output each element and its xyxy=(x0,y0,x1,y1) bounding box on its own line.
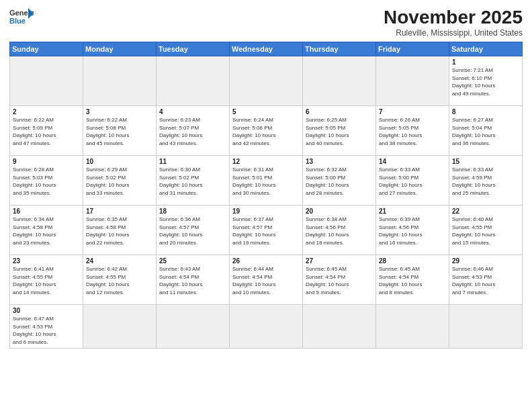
day-number: 22 xyxy=(452,208,519,215)
table-row: 1Sunrise: 7:21 AM Sunset: 6:10 PM Daylig… xyxy=(449,56,523,106)
day-info: Sunrise: 7:21 AM Sunset: 6:10 PM Dayligh… xyxy=(452,66,519,97)
table-row: 20Sunrise: 6:38 AM Sunset: 4:56 PM Dayli… xyxy=(303,205,376,255)
day-info: Sunrise: 6:25 AM Sunset: 5:05 PM Dayligh… xyxy=(306,116,373,147)
table-row: 9Sunrise: 6:28 AM Sunset: 5:03 PM Daylig… xyxy=(10,156,83,205)
day-info: Sunrise: 6:26 AM Sunset: 5:05 PM Dayligh… xyxy=(379,116,446,147)
table-row: 4Sunrise: 6:23 AM Sunset: 5:07 PM Daylig… xyxy=(157,106,230,156)
day-info: Sunrise: 6:45 AM Sunset: 4:54 PM Dayligh… xyxy=(379,265,446,296)
day-info: Sunrise: 6:47 AM Sunset: 4:53 PM Dayligh… xyxy=(13,315,80,346)
day-info: Sunrise: 6:38 AM Sunset: 4:56 PM Dayligh… xyxy=(306,216,373,246)
day-number: 20 xyxy=(306,208,373,215)
day-info: Sunrise: 6:45 AM Sunset: 4:54 PM Dayligh… xyxy=(306,265,373,296)
table-row: 25Sunrise: 6:43 AM Sunset: 4:54 PM Dayli… xyxy=(157,255,230,305)
day-number: 24 xyxy=(86,257,153,265)
day-info: Sunrise: 6:39 AM Sunset: 4:56 PM Dayligh… xyxy=(379,216,446,246)
day-number: 26 xyxy=(232,257,300,265)
day-number: 2 xyxy=(13,108,80,116)
day-number: 17 xyxy=(86,208,153,215)
header-thursday: Thursday xyxy=(303,42,376,56)
header-monday: Monday xyxy=(83,42,157,56)
table-row: 12Sunrise: 6:31 AM Sunset: 5:01 PM Dayli… xyxy=(230,156,303,205)
logo: General Blue xyxy=(9,7,34,26)
day-info: Sunrise: 6:40 AM Sunset: 4:55 PM Dayligh… xyxy=(452,216,519,246)
day-number: 13 xyxy=(306,158,373,165)
table-row: 5Sunrise: 6:24 AM Sunset: 5:06 PM Daylig… xyxy=(230,106,303,156)
table-row: 19Sunrise: 6:37 AM Sunset: 4:57 PM Dayli… xyxy=(230,205,303,255)
table-row: 18Sunrise: 6:36 AM Sunset: 4:57 PM Dayli… xyxy=(157,205,230,255)
day-info: Sunrise: 6:43 AM Sunset: 4:54 PM Dayligh… xyxy=(159,265,226,296)
day-info: Sunrise: 6:24 AM Sunset: 5:06 PM Dayligh… xyxy=(232,116,300,147)
day-info: Sunrise: 6:35 AM Sunset: 4:58 PM Dayligh… xyxy=(86,216,153,246)
day-number: 7 xyxy=(379,108,446,116)
day-number: 14 xyxy=(379,158,446,165)
header-tuesday: Tuesday xyxy=(157,42,230,56)
day-number: 12 xyxy=(232,158,300,165)
table-row xyxy=(10,56,83,106)
day-number: 25 xyxy=(159,257,226,265)
table-row: 8Sunrise: 6:27 AM Sunset: 5:04 PM Daylig… xyxy=(449,106,523,156)
day-info: Sunrise: 6:30 AM Sunset: 5:02 PM Dayligh… xyxy=(159,166,226,197)
table-row: 27Sunrise: 6:45 AM Sunset: 4:54 PM Dayli… xyxy=(303,255,376,305)
table-row xyxy=(230,56,303,106)
table-row xyxy=(157,56,230,106)
table-row: 21Sunrise: 6:39 AM Sunset: 4:56 PM Dayli… xyxy=(376,205,449,255)
day-info: Sunrise: 6:37 AM Sunset: 4:57 PM Dayligh… xyxy=(232,216,300,246)
table-row: 29Sunrise: 6:46 AM Sunset: 4:53 PM Dayli… xyxy=(449,255,523,305)
day-info: Sunrise: 6:27 AM Sunset: 5:04 PM Dayligh… xyxy=(452,116,519,147)
header-friday: Friday xyxy=(376,42,449,56)
day-number: 16 xyxy=(13,208,80,215)
header-sunday: Sunday xyxy=(10,42,83,56)
day-info: Sunrise: 6:36 AM Sunset: 4:57 PM Dayligh… xyxy=(159,216,226,246)
table-row: 22Sunrise: 6:40 AM Sunset: 4:55 PM Dayli… xyxy=(449,205,523,255)
day-number: 29 xyxy=(452,257,519,265)
day-number: 28 xyxy=(379,257,446,265)
table-row: 11Sunrise: 6:30 AM Sunset: 5:02 PM Dayli… xyxy=(157,156,230,205)
table-row: 7Sunrise: 6:26 AM Sunset: 5:05 PM Daylig… xyxy=(376,106,449,156)
table-row: 2Sunrise: 6:22 AM Sunset: 5:09 PM Daylig… xyxy=(10,106,83,156)
header-wednesday: Wednesday xyxy=(230,42,303,56)
day-info: Sunrise: 6:22 AM Sunset: 5:09 PM Dayligh… xyxy=(13,116,80,147)
day-info: Sunrise: 6:31 AM Sunset: 5:01 PM Dayligh… xyxy=(232,166,300,197)
day-info: Sunrise: 6:44 AM Sunset: 4:54 PM Dayligh… xyxy=(232,265,300,296)
day-number: 3 xyxy=(86,108,153,116)
header-saturday: Saturday xyxy=(449,42,523,56)
table-row xyxy=(449,305,523,349)
table-row: 3Sunrise: 6:22 AM Sunset: 5:08 PM Daylig… xyxy=(83,106,157,156)
table-row: 23Sunrise: 6:41 AM Sunset: 4:55 PM Dayli… xyxy=(10,255,83,305)
table-row: 28Sunrise: 6:45 AM Sunset: 4:54 PM Dayli… xyxy=(376,255,449,305)
table-row xyxy=(303,56,376,106)
day-number: 4 xyxy=(159,108,226,116)
table-row: 17Sunrise: 6:35 AM Sunset: 4:58 PM Dayli… xyxy=(83,205,157,255)
table-row: 6Sunrise: 6:25 AM Sunset: 5:05 PM Daylig… xyxy=(303,106,376,156)
day-info: Sunrise: 6:32 AM Sunset: 5:00 PM Dayligh… xyxy=(306,166,373,197)
day-info: Sunrise: 6:42 AM Sunset: 4:55 PM Dayligh… xyxy=(86,265,153,296)
table-row: 10Sunrise: 6:29 AM Sunset: 5:02 PM Dayli… xyxy=(83,156,157,205)
table-row: 14Sunrise: 6:33 AM Sunset: 5:00 PM Dayli… xyxy=(376,156,449,205)
table-row xyxy=(230,305,303,349)
day-info: Sunrise: 6:28 AM Sunset: 5:03 PM Dayligh… xyxy=(13,166,80,197)
day-info: Sunrise: 6:23 AM Sunset: 5:07 PM Dayligh… xyxy=(159,116,226,147)
day-number: 23 xyxy=(13,257,80,265)
day-info: Sunrise: 6:34 AM Sunset: 4:58 PM Dayligh… xyxy=(13,216,80,246)
day-info: Sunrise: 6:33 AM Sunset: 4:59 PM Dayligh… xyxy=(452,166,519,197)
month-title: November 2025 xyxy=(384,7,523,28)
table-row: 13Sunrise: 6:32 AM Sunset: 5:00 PM Dayli… xyxy=(303,156,376,205)
subtitle: Ruleville, Mississippi, United States xyxy=(384,28,523,38)
svg-text:Blue: Blue xyxy=(9,17,26,25)
table-row: 16Sunrise: 6:34 AM Sunset: 4:58 PM Dayli… xyxy=(10,205,83,255)
day-number: 11 xyxy=(159,158,226,165)
table-row xyxy=(83,305,157,349)
header: General Blue November 2025 Ruleville, Mi… xyxy=(9,7,523,38)
table-row: 30Sunrise: 6:47 AM Sunset: 4:53 PM Dayli… xyxy=(10,305,83,349)
day-number: 5 xyxy=(232,108,300,116)
table-row: 15Sunrise: 6:33 AM Sunset: 4:59 PM Dayli… xyxy=(449,156,523,205)
day-info: Sunrise: 6:33 AM Sunset: 5:00 PM Dayligh… xyxy=(379,166,446,197)
calendar: Sunday Monday Tuesday Wednesday Thursday… xyxy=(9,42,523,349)
day-info: Sunrise: 6:41 AM Sunset: 4:55 PM Dayligh… xyxy=(13,265,80,296)
logo-icon: General Blue xyxy=(9,7,34,26)
table-row xyxy=(83,56,157,106)
day-number: 9 xyxy=(13,158,80,165)
day-number: 15 xyxy=(452,158,519,165)
day-number: 1 xyxy=(452,58,519,66)
table-row xyxy=(157,305,230,349)
